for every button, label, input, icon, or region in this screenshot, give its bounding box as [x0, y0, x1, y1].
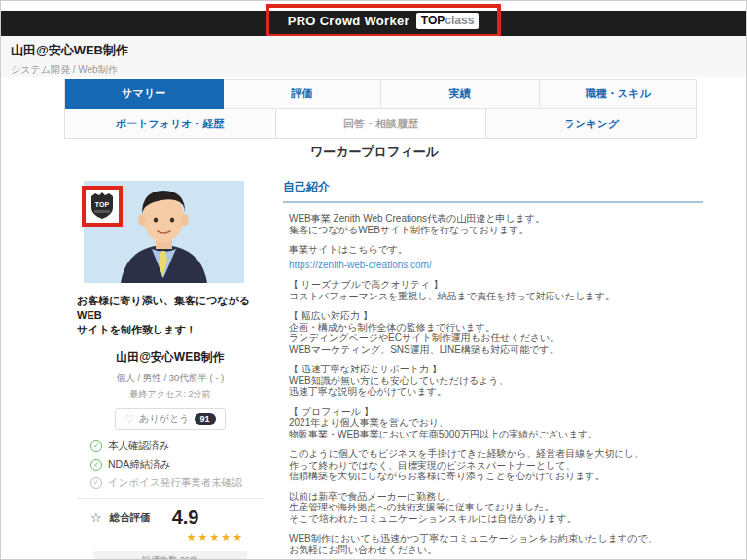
check-circle-icon: ✓ — [90, 459, 102, 471]
profile-left-column: TOP お客様に寄り添い、集客につながるWEB サイトを制作致します！ 山田@安… — [77, 181, 264, 560]
verification-list: ✓ 本人確認済み ✓ NDA締結済み ✓ インボイス発行事業者未確認 — [90, 439, 264, 490]
bio-paragraph: 【 幅広い対応力 】 企画・構成から制作全体の監修まで行います。 ランディングペ… — [289, 310, 703, 355]
self-introduction-body: WEB事業 Zenith Web Creations代表の山田遼と申します。 集… — [283, 213, 703, 555]
tab-job-skills[interactable]: 職種・スキル — [540, 79, 698, 109]
thanks-count-badge: 91 — [195, 413, 216, 425]
bio-paragraph: 【 リーズナブルで高クオリティ 】 コストパフォーマンスを重視し、納品まで責任を… — [289, 279, 703, 301]
breadcrumb-web-production[interactable]: Web制作 — [78, 64, 117, 75]
bio-paragraph: 【 迅速丁寧な対応とサポート力 】 WEB知識が無い方にも安心していただけるよう… — [289, 364, 703, 398]
breadcrumb-system-dev[interactable]: システム開発 — [11, 64, 70, 75]
svg-text:TOP: TOP — [95, 201, 110, 208]
bio-paragraph: このように個人でもビジネスを手掛けてきた経験から、経営者目線を大切にし、 作って… — [289, 448, 703, 482]
self-introduction-section: 自己紹介 WEB事業 Zenith Web Creations代表の山田遼と申し… — [283, 179, 703, 560]
tab-summary[interactable]: サマリー — [65, 79, 224, 109]
self-introduction-heading: 自己紹介 — [283, 179, 703, 203]
worker-name: 山田@安心WEB制作 — [77, 349, 264, 366]
business-site-link[interactable]: https://zenith-web-creations.com/ — [289, 260, 703, 271]
check-circle-icon: ✓ — [90, 440, 102, 452]
tab-results[interactable]: 実績 — [381, 79, 540, 109]
top-class-chip: TOPclass — [416, 13, 479, 29]
profile-header: 山田@安心WEB制作 システム開発 / Web制作 — [1, 36, 747, 77]
breadcrumb: システム開発 / Web制作 — [11, 63, 738, 77]
rating-count-strip: 評価件数 29件 — [93, 551, 247, 560]
bio-paragraph: WEB事業 Zenith Web Creations代表の山田遼と申します。 集… — [289, 213, 703, 235]
bio-paragraph: 以前は新卒で食品メーカーに勤務し、 生産管理や海外拠点への技術支援等に従事してお… — [289, 491, 703, 525]
worker-meta: 個人 / 男性 / 30代前半 ( - ) — [77, 372, 264, 385]
heart-icon: ♡ — [124, 413, 134, 426]
rating-value: 4.9 — [172, 507, 199, 529]
tab-qa-history[interactable]: 回答・相談履歴 — [276, 109, 487, 139]
verif-nda: ✓ NDA締結済み — [90, 458, 264, 472]
worker-username: 山田@安心WEB制作 — [11, 42, 738, 59]
top-class-emblem-icon: TOP — [89, 192, 115, 220]
tab-portfolio-career[interactable]: ポートフォリオ・経歴 — [65, 109, 276, 139]
thanks-button[interactable]: ♡ ありがとう 91 — [115, 408, 225, 430]
worker-profile-page: PRO Crowd Worker TOPclass 山田@安心WEB制作 システ… — [0, 0, 747, 560]
rating-stars: ★★★★★ — [77, 531, 264, 543]
thanks-label: ありがとう — [139, 412, 189, 426]
pro-crowdworker-badge-annotation: PRO Crowd Worker TOPclass — [266, 4, 501, 38]
page-title: ワーカープロフィール — [1, 143, 747, 160]
star-outline-icon: ☆ — [90, 510, 102, 525]
worker-catchphrase: お客様に寄り添い、集客につながるWEB サイトを制作致します！ — [77, 294, 264, 337]
profile-tabs: サマリー 評価 実績 職種・スキル ポートフォリオ・経歴 回答・相談履歴 ランキ… — [64, 79, 697, 139]
rating-count-value: 29件 — [180, 555, 198, 560]
profile-photo-wrap: TOP — [84, 181, 244, 283]
overall-rating-row: ☆ 総合評価 4.9 — [77, 507, 264, 529]
rating-label: 総合評価 — [110, 511, 151, 525]
top-class-emblem-annotation: TOP — [82, 186, 123, 227]
rating-count-label: 評価件数 — [142, 555, 177, 560]
tab-ranking[interactable]: ランキング — [486, 109, 697, 139]
bio-paragraph: WEB制作においても迅速かつ丁寧なコミュニケーションをお約束いたしますので、 お… — [289, 533, 703, 555]
last-access: 最終アクセス: 2分前 — [77, 388, 264, 401]
pro-crowdworker-label: PRO Crowd Worker — [288, 14, 409, 28]
tab-reviews[interactable]: 評価 — [224, 79, 382, 109]
verif-invoice: ✓ インボイス発行事業者未確認 — [90, 476, 264, 490]
verif-identity: ✓ 本人確認済み — [90, 439, 264, 453]
bio-paragraph: 【 プロフィール 】 2021年より個人事業を営んでおり、 物販事業・WEB事業… — [289, 406, 703, 440]
check-circle-icon: ✓ — [90, 477, 102, 489]
bio-paragraph: 事業サイトはこちらです。 — [289, 244, 703, 256]
divider — [77, 498, 264, 499]
breadcrumb-separator: / — [73, 64, 76, 75]
